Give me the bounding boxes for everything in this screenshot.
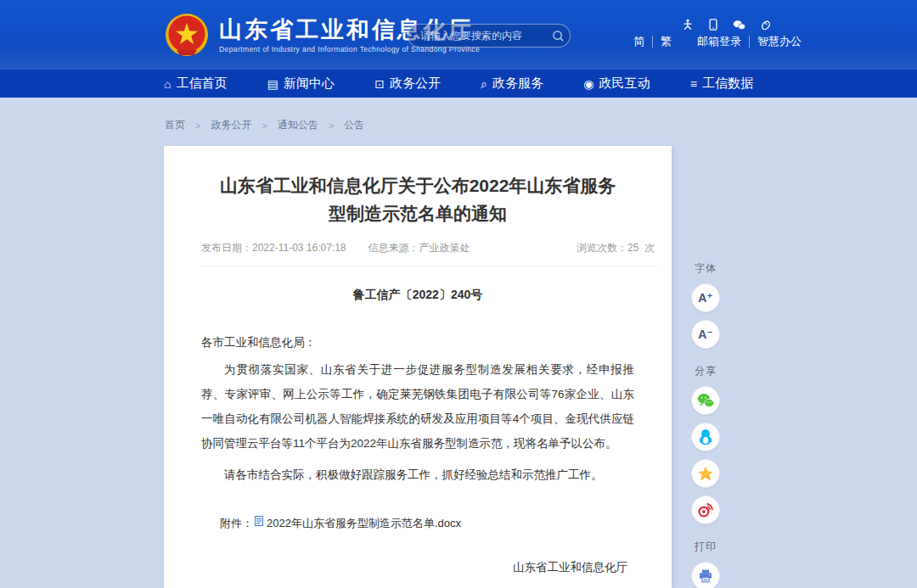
publish-date: 发布日期：2022-11-03 16:07:18: [201, 241, 346, 255]
nav-item-home[interactable]: ⌂ 工信首页: [164, 76, 227, 92]
article-paragraph: 请各市结合实际，积极做好跟踪服务工作，抓好经验总结和示范推广工作。: [201, 462, 634, 487]
nav-item-gov-services[interactable]: ⌕ 政务服务: [481, 76, 543, 92]
lang-traditional-link[interactable]: 繁: [653, 36, 679, 48]
font-decrease-button[interactable]: A⁻: [691, 320, 720, 349]
mobile-icon[interactable]: [708, 19, 718, 31]
nav-item-label: 工信首页: [176, 76, 227, 92]
nav-item-label: 政民互动: [599, 76, 650, 92]
chat-icon: ◉: [583, 78, 594, 90]
mail-login-link[interactable]: 邮箱登录: [689, 36, 750, 48]
document-number: 鲁工信产〔2022〕240号: [164, 288, 672, 303]
view-count: 浏览次数：25 次: [577, 241, 655, 255]
nav-item-interaction[interactable]: ◉ 政民互动: [583, 76, 650, 92]
nav-item-data[interactable]: ≡ 工信数据: [690, 76, 753, 92]
search-box[interactable]: [408, 24, 571, 48]
national-emblem-icon: [165, 13, 209, 57]
nav-item-label: 政务公开: [390, 76, 441, 92]
service-search-icon: ⌕: [481, 78, 487, 90]
breadcrumb-separator: >: [195, 120, 200, 131]
qzone-share-button[interactable]: [691, 459, 720, 488]
signature-org: 山东省工业和信息化厅: [513, 560, 627, 575]
attachment-filename: 2022年山东省服务型制造示范名单.docx: [267, 516, 461, 531]
print-button[interactable]: [691, 562, 720, 588]
breadcrumb-announcement[interactable]: 公告: [344, 118, 364, 132]
nav-item-news[interactable]: ▤ 新闻中心: [267, 76, 335, 92]
weibo-share-icon: [697, 501, 714, 518]
accessibility-icon[interactable]: [682, 19, 694, 31]
breadcrumb-notices[interactable]: 通知公告: [278, 118, 318, 132]
smart-office-link[interactable]: 智慧办公: [750, 36, 809, 48]
side-toolbar: 字体 A⁺ A⁻ 分享: [686, 261, 725, 588]
article-salutation: 各市工业和信息化局：: [201, 335, 634, 350]
wechat-share-button[interactable]: [691, 386, 720, 415]
search-button[interactable]: [552, 30, 565, 42]
article-card: 山东省工业和信息化厅关于公布2022年山东省服务型制造示范名单的通知 发布日期：…: [164, 146, 672, 588]
nav-item-label: 新闻中心: [284, 76, 335, 92]
printer-icon: [698, 568, 713, 584]
wechat-share-icon: [697, 393, 714, 408]
search-icon: [552, 30, 565, 42]
utility-icon-row: [682, 19, 772, 31]
qq-share-button[interactable]: [691, 423, 720, 451]
nav-item-label: 政务服务: [492, 76, 543, 92]
breadcrumb-gov-disclosure[interactable]: 政务公开: [211, 118, 251, 132]
qq-share-icon: [698, 428, 713, 445]
news-icon: ▤: [267, 78, 278, 90]
monitor-icon: ⊡: [374, 78, 385, 90]
font-size-label: 字体: [695, 261, 717, 276]
attachment-link[interactable]: 2022年山东省服务型制造示范名单.docx: [253, 516, 461, 531]
breadcrumb-home[interactable]: 首页: [165, 118, 185, 132]
main-nav-items: ⌂ 工信首页 ▤ 新闻中心 ⊡ 政务公开 ⌕ 政务服务 ◉ 政民互动 ≡ 工信数…: [164, 70, 753, 98]
breadcrumb-separator: >: [262, 120, 267, 131]
doc-attachment-icon: [255, 516, 263, 526]
nav-item-gov-disclosure[interactable]: ⊡ 政务公开: [374, 76, 441, 92]
lang-simplified-link[interactable]: 简: [626, 36, 653, 48]
weibo-share-button[interactable]: [691, 496, 720, 524]
home-icon: ⌂: [164, 78, 171, 90]
data-icon: ≡: [690, 78, 697, 90]
attachment-label: 附件：: [220, 516, 253, 531]
font-increase-button[interactable]: A⁺: [691, 283, 720, 312]
article-meta-row: 发布日期：2022-11-03 16:07:18 信息来源：产业政策处 浏览次数…: [201, 241, 658, 266]
wechat-icon[interactable]: [733, 20, 745, 31]
header-banner: 山东省工业和信息化厅 Department of Industry and In…: [0, 0, 917, 70]
signature-block: 山东省工业和信息化厅 2022年11月2日: [513, 560, 627, 588]
article-paragraph: 为贯彻落实国家、山东省关于进一步促进服务型制造发展相关要求，经申报推荐、专家评审…: [201, 357, 634, 456]
qzone-share-icon: [697, 465, 714, 482]
info-source: 信息来源：产业政策处: [368, 241, 470, 255]
breadcrumb-separator: >: [329, 120, 334, 131]
print-label: 打印: [695, 540, 717, 554]
nav-item-label: 工信数据: [702, 76, 753, 92]
main-nav: ⌂ 工信首页 ▤ 新闻中心 ⊡ 政务公开 ⌕ 政务服务 ◉ 政民互动 ≡ 工信数…: [0, 70, 917, 98]
article-title: 山东省工业和信息化厅关于公布2022年山东省服务型制造示范名单的通知: [213, 171, 622, 227]
mouse-icon[interactable]: [760, 20, 772, 31]
quick-links-row: 简 繁 邮箱登录 智慧办公: [626, 36, 809, 48]
search-input[interactable]: [420, 30, 552, 42]
attachment-row: 附件： 2022年山东省服务型制造示范名单.docx: [220, 516, 634, 531]
breadcrumb: 首页 > 政务公开 > 通知公告 > 公告: [165, 118, 364, 132]
share-label: 分享: [695, 364, 717, 378]
